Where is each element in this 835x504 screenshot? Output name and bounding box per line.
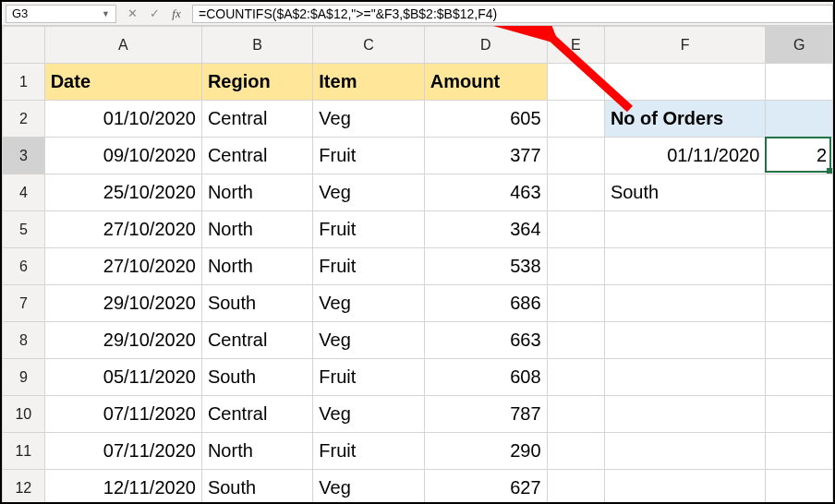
row-header-3[interactable]: 3 [3, 138, 45, 174]
cancel-icon[interactable]: ✕ [126, 6, 139, 20]
cell-D3[interactable]: 377 [424, 138, 547, 174]
row-header-5[interactable]: 5 [3, 211, 45, 248]
cell-B8[interactable]: Central [201, 322, 312, 359]
cell-E8[interactable] [547, 322, 604, 359]
cell-B10[interactable]: Central [201, 396, 312, 433]
cell-D2[interactable]: 605 [424, 101, 547, 138]
cell-A12[interactable]: 12/11/2020 [44, 470, 201, 503]
cell-G7[interactable] [766, 285, 833, 322]
cell-F8[interactable] [604, 322, 765, 359]
cell-F6[interactable] [604, 248, 765, 285]
row-header-12[interactable]: 12 [3, 470, 45, 503]
cell-G1[interactable] [766, 64, 833, 101]
cell-E3[interactable] [547, 138, 604, 174]
enter-icon[interactable]: ✓ [148, 6, 161, 20]
spreadsheet-grid[interactable]: A B C D E F G 1 Date Region Item Amount … [2, 26, 833, 502]
cell-D5[interactable]: 364 [424, 211, 547, 248]
cell-C8[interactable]: Veg [313, 322, 424, 359]
col-header-A[interactable]: A [44, 27, 201, 64]
row-header-11[interactable]: 11 [3, 433, 45, 470]
cell-A8[interactable]: 29/10/2020 [44, 322, 201, 359]
col-header-D[interactable]: D [424, 27, 547, 64]
cell-C12[interactable]: Veg [313, 470, 424, 503]
cell-B12[interactable]: South [201, 470, 312, 503]
cell-A1[interactable]: Date [44, 64, 201, 101]
cell-A9[interactable]: 05/11/2020 [44, 359, 201, 396]
cell-B1[interactable]: Region [201, 64, 312, 101]
cell-F1[interactable] [604, 64, 765, 101]
cell-F9[interactable] [604, 359, 765, 396]
cell-D9[interactable]: 608 [424, 359, 547, 396]
chevron-down-icon[interactable]: ▼ [102, 9, 110, 18]
cell-F12[interactable] [604, 470, 765, 503]
row-header-8[interactable]: 8 [3, 322, 45, 359]
cell-F7[interactable] [604, 285, 765, 322]
cell-C3[interactable]: Fruit [313, 138, 424, 174]
cell-G10[interactable] [766, 396, 833, 433]
cell-D11[interactable]: 290 [424, 433, 547, 470]
cell-C7[interactable]: Veg [313, 285, 424, 322]
cell-E1[interactable] [547, 64, 604, 101]
cell-F2[interactable]: No of Orders [604, 101, 765, 138]
cell-G2[interactable] [766, 101, 833, 138]
cell-C1[interactable]: Item [313, 64, 424, 101]
cell-A2[interactable]: 01/10/2020 [44, 101, 201, 138]
cell-D12[interactable]: 627 [424, 470, 547, 503]
cell-D1[interactable]: Amount [424, 64, 547, 101]
cell-B2[interactable]: Central [201, 101, 312, 138]
row-header-4[interactable]: 4 [3, 174, 45, 211]
cell-G4[interactable] [766, 174, 833, 211]
cell-B6[interactable]: North [201, 248, 312, 285]
cell-C4[interactable]: Veg [313, 174, 424, 211]
cell-D8[interactable]: 663 [424, 322, 547, 359]
row-header-1[interactable]: 1 [3, 64, 45, 101]
cell-B4[interactable]: North [201, 174, 312, 211]
cell-A4[interactable]: 25/10/2020 [44, 174, 201, 211]
cell-E7[interactable] [547, 285, 604, 322]
cell-C2[interactable]: Veg [313, 101, 424, 138]
row-header-2[interactable]: 2 [3, 101, 45, 138]
col-header-C[interactable]: C [313, 27, 424, 64]
cell-B3[interactable]: Central [201, 138, 312, 174]
cell-F10[interactable] [604, 396, 765, 433]
cell-E11[interactable] [547, 433, 604, 470]
cell-D7[interactable]: 686 [424, 285, 547, 322]
cell-E12[interactable] [547, 470, 604, 503]
cell-D10[interactable]: 787 [424, 396, 547, 433]
cell-E10[interactable] [547, 396, 604, 433]
cell-D4[interactable]: 463 [424, 174, 547, 211]
cell-A6[interactable]: 27/10/2020 [44, 248, 201, 285]
cell-G6[interactable] [766, 248, 833, 285]
cell-A5[interactable]: 27/10/2020 [44, 211, 201, 248]
cell-B9[interactable]: South [201, 359, 312, 396]
cell-G5[interactable] [766, 211, 833, 248]
col-header-E[interactable]: E [547, 27, 604, 64]
cell-F4[interactable]: South [604, 174, 765, 211]
cell-B7[interactable]: South [201, 285, 312, 322]
cell-F5[interactable] [604, 211, 765, 248]
cell-A7[interactable]: 29/10/2020 [44, 285, 201, 322]
cell-A3[interactable]: 09/10/2020 [44, 138, 201, 174]
cell-A11[interactable]: 07/11/2020 [44, 433, 201, 470]
cell-D6[interactable]: 538 [424, 248, 547, 285]
row-header-6[interactable]: 6 [3, 248, 45, 285]
col-header-F[interactable]: F [604, 27, 765, 64]
cell-B11[interactable]: North [201, 433, 312, 470]
cell-E9[interactable] [547, 359, 604, 396]
cell-C10[interactable]: Veg [313, 396, 424, 433]
cell-C11[interactable]: Fruit [313, 433, 424, 470]
cell-F11[interactable] [604, 433, 765, 470]
cell-G8[interactable] [766, 322, 833, 359]
cell-E6[interactable] [547, 248, 604, 285]
cell-E5[interactable] [547, 211, 604, 248]
formula-input[interactable]: =COUNTIFS($A$2:$A$12,">="&F3,$B$2:$B$12,… [192, 5, 833, 23]
cell-B5[interactable]: North [201, 211, 312, 248]
cell-E2[interactable] [547, 101, 604, 138]
cell-G9[interactable] [766, 359, 833, 396]
cell-C5[interactable]: Fruit [313, 211, 424, 248]
cell-G12[interactable] [766, 470, 833, 503]
cell-G11[interactable] [766, 433, 833, 470]
cell-E4[interactable] [547, 174, 604, 211]
col-header-B[interactable]: B [201, 27, 312, 64]
cell-C6[interactable]: Fruit [313, 248, 424, 285]
